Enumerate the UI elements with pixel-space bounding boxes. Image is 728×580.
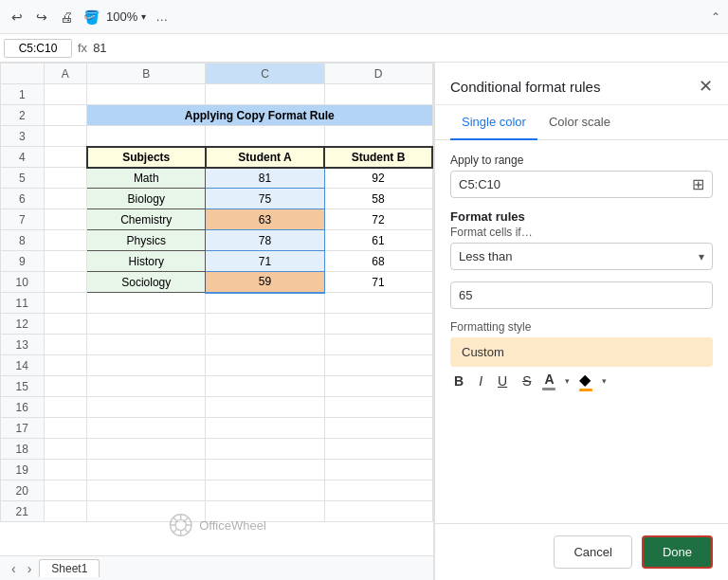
- row-header-20: 20: [1, 480, 45, 501]
- col-header-d[interactable]: D: [324, 63, 432, 84]
- cell-sociology[interactable]: Sociology: [87, 272, 206, 293]
- cell-history-b[interactable]: 68: [324, 251, 432, 272]
- cell-c3[interactable]: [206, 126, 324, 147]
- cell-a6[interactable]: [44, 189, 87, 209]
- collapse-button[interactable]: ⌃: [711, 10, 720, 24]
- formatting-style-section: Formatting style Custom B I U S A ▾ ◆: [450, 320, 713, 395]
- italic-button[interactable]: I: [475, 372, 486, 390]
- row-header-16: 16: [1, 397, 45, 418]
- table-row: 20: [1, 480, 433, 501]
- select-range-icon[interactable]: ⊞: [692, 175, 704, 193]
- cell-biology-b[interactable]: 58: [324, 189, 432, 209]
- custom-style-box: Custom: [450, 337, 713, 367]
- sheet-tab-sheet1[interactable]: Sheet1: [39, 559, 100, 577]
- cell-chemistry[interactable]: Chemistry: [87, 209, 206, 230]
- header-student-a[interactable]: Student A: [206, 147, 324, 168]
- row-header-11: 11: [1, 293, 45, 314]
- cell-a8[interactable]: [44, 230, 87, 251]
- cell-history[interactable]: History: [87, 251, 206, 272]
- toolbar: ↩ ↪ 🖨 🪣 100% ▾ … ⌃: [0, 0, 728, 34]
- range-input[interactable]: [459, 177, 692, 191]
- cell-math[interactable]: Math: [87, 168, 206, 189]
- cell-a2[interactable]: [44, 105, 87, 126]
- print-button[interactable]: 🖨: [57, 8, 76, 27]
- header-subjects[interactable]: Subjects: [87, 147, 206, 168]
- cell-a9[interactable]: [44, 251, 87, 272]
- table-row: 9 History 71 68: [1, 251, 433, 272]
- fill-color-dropdown-icon[interactable]: ▾: [602, 376, 607, 386]
- row-header-12: 12: [1, 314, 45, 335]
- condition-dropdown[interactable]: Less than ▾: [450, 243, 713, 270]
- grid-container: A B C D 1: [0, 63, 433, 555]
- cell-b3[interactable]: [87, 126, 206, 147]
- cell-physics[interactable]: Physics: [87, 230, 206, 251]
- text-color-button[interactable]: A: [542, 372, 555, 390]
- sheet-tabs-bar: ‹ › Sheet1: [0, 555, 433, 580]
- sheet-nav-right[interactable]: ›: [24, 561, 36, 576]
- col-header-a[interactable]: A: [44, 63, 87, 84]
- cell-a1[interactable]: [44, 84, 87, 105]
- cell-a3[interactable]: [44, 126, 87, 147]
- tab-color-scale[interactable]: Color scale: [537, 105, 622, 140]
- cell-physics-a[interactable]: 78: [206, 230, 324, 251]
- col-header-c[interactable]: C: [206, 63, 324, 84]
- cell-c11[interactable]: [206, 293, 324, 314]
- cell-math-b[interactable]: 92: [324, 168, 432, 189]
- cell-chemistry-a[interactable]: 63: [206, 209, 324, 230]
- zoom-value: 100%: [106, 9, 137, 24]
- text-color-dropdown-icon[interactable]: ▾: [565, 376, 570, 386]
- done-button[interactable]: Done: [642, 535, 713, 569]
- row-header-2: 2: [1, 105, 45, 126]
- row-header-8: 8: [1, 230, 45, 251]
- cell-history-a[interactable]: 71: [206, 251, 324, 272]
- more-options-button[interactable]: …: [155, 9, 168, 24]
- table-row: 21: [1, 501, 433, 522]
- tab-single-color[interactable]: Single color: [450, 105, 537, 140]
- cell-d3[interactable]: [324, 126, 432, 147]
- cell-sociology-b[interactable]: 71: [324, 272, 432, 293]
- underline-button[interactable]: U: [494, 372, 511, 390]
- strikethrough-button[interactable]: S: [519, 372, 535, 390]
- paint-format-button[interactable]: 🪣: [82, 8, 100, 27]
- cell-biology-a[interactable]: 75: [206, 189, 324, 209]
- condition-dropdown-arrow-icon: ▾: [699, 250, 704, 263]
- range-input-row[interactable]: ⊞: [450, 171, 713, 198]
- cell-a5[interactable]: [44, 168, 87, 189]
- threshold-input[interactable]: [450, 281, 713, 309]
- table-row: 18: [1, 439, 433, 460]
- zoom-selector[interactable]: 100% ▾: [106, 9, 146, 24]
- cell-c1[interactable]: [206, 84, 324, 105]
- row-header-9: 9: [1, 251, 45, 272]
- spreadsheet-title-cell[interactable]: Applying Copy Format Rule: [87, 105, 432, 126]
- cell-b11[interactable]: [87, 293, 206, 314]
- close-button[interactable]: ✕: [699, 76, 713, 97]
- header-student-b[interactable]: Student B: [324, 147, 432, 168]
- cell-physics-b[interactable]: 61: [324, 230, 432, 251]
- table-row: 17: [1, 418, 433, 439]
- cell-biology[interactable]: Biology: [87, 189, 206, 209]
- formula-bar: fx 81: [0, 34, 728, 63]
- cell-chemistry-b[interactable]: 72: [324, 209, 432, 230]
- cell-a11[interactable]: [44, 293, 87, 314]
- cell-d1[interactable]: [324, 84, 432, 105]
- row-header-14: 14: [1, 355, 45, 376]
- format-cells-if-label: Format cells if…: [450, 226, 713, 239]
- cell-sociology-a[interactable]: 59: [206, 272, 324, 293]
- cell-a7[interactable]: [44, 209, 87, 230]
- cell-reference-input[interactable]: [4, 39, 72, 58]
- cell-a10[interactable]: [44, 272, 87, 293]
- apply-to-range-section: Apply to range ⊞: [450, 154, 713, 198]
- cell-b1[interactable]: [87, 84, 206, 105]
- cell-d11[interactable]: [324, 293, 432, 314]
- cancel-button[interactable]: Cancel: [554, 535, 631, 569]
- cell-math-a[interactable]: 81: [206, 168, 324, 189]
- sheet-nav-left[interactable]: ‹: [8, 561, 20, 576]
- fill-color-button[interactable]: ◆: [579, 371, 592, 391]
- cell-a4[interactable]: [44, 147, 87, 168]
- redo-button[interactable]: ↪: [32, 8, 51, 27]
- col-header-b[interactable]: B: [87, 63, 206, 84]
- table-row: 12: [1, 314, 433, 335]
- undo-button[interactable]: ↩: [8, 8, 27, 27]
- bold-button[interactable]: B: [450, 372, 467, 390]
- table-row: 6 Biology 75 58: [1, 189, 433, 209]
